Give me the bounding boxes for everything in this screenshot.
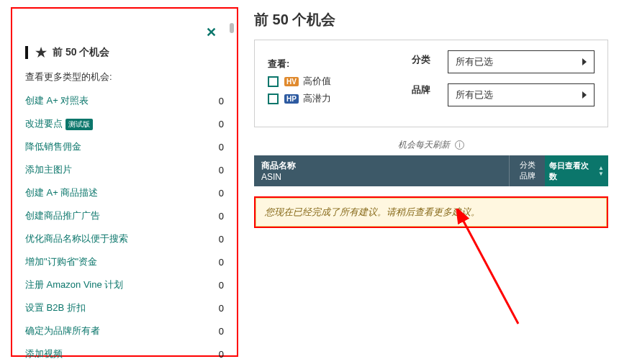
hp-tag: HP <box>284 94 299 104</box>
col-sort-views[interactable]: 每日查看次数 ▲▼ <box>545 155 608 186</box>
hv-tag: HV <box>284 77 299 86</box>
hv-label: 高价值 <box>303 75 331 88</box>
opportunity-link[interactable]: 优化商品名称以便于搜索 <box>25 233 128 244</box>
opportunity-count: 0 <box>219 119 224 129</box>
checkbox-icon <box>268 76 279 87</box>
opportunity-link[interactable]: 创建 A+ 商品描述 <box>25 187 99 198</box>
list-item: 降低销售佣金0 <box>25 135 224 158</box>
col-sort-label: 每日查看次数 <box>549 160 595 182</box>
opportunity-link[interactable]: 增加"订购省"资金 <box>25 256 97 267</box>
list-item: 注册 Amazon Vine 计划0 <box>25 273 224 296</box>
opportunity-count: 0 <box>219 257 224 268</box>
list-item: 创建商品推广广告0 <box>25 204 224 227</box>
list-item: 确定为品牌所有者0 <box>25 319 224 342</box>
table-header: 商品名称 ASIN 分类 品牌 每日查看次数 ▲▼ <box>254 155 608 186</box>
heading-bar <box>25 46 28 59</box>
list-item: 设置 B2B 折扣0 <box>25 296 224 319</box>
sort-arrows-icon: ▲▼ <box>598 165 604 177</box>
col-brand: 品牌 <box>514 170 541 181</box>
hp-label: 高潜力 <box>303 92 331 105</box>
page-title: 前 50 个机会 <box>254 7 608 40</box>
opportunity-link[interactable]: 确定为品牌所有者 <box>25 325 100 336</box>
opportunity-count: 0 <box>219 211 224 222</box>
list-item: 优化商品名称以便于搜索0 <box>25 227 224 250</box>
left-heading: ★ 前 50 个机会 <box>25 45 224 60</box>
opportunity-count: 0 <box>219 303 224 314</box>
scroll-indicator <box>230 23 234 33</box>
checkbox-icon <box>268 94 279 104</box>
opportunity-count: 0 <box>219 96 224 106</box>
opportunity-count: 0 <box>219 188 224 199</box>
opportunity-link[interactable]: 创建 A+ 对照表 <box>25 95 89 106</box>
category-select[interactable]: 所有已选 <box>448 50 595 73</box>
opportunity-count: 0 <box>219 326 224 337</box>
brand-select-value: 所有已选 <box>456 88 493 101</box>
left-heading-label: 前 50 个机会 <box>53 46 109 59</box>
list-item: 添加主图片0 <box>25 158 224 181</box>
opportunity-count: 0 <box>219 280 224 291</box>
filter-brand-label: 品牌 <box>412 83 448 96</box>
checkbox-hp[interactable]: HP 高潜力 <box>268 92 412 105</box>
opportunity-link[interactable]: 添加主图片 <box>25 164 72 175</box>
opportunity-link[interactable]: 设置 B2B 折扣 <box>25 302 86 313</box>
list-item: 改进要点测试版0 <box>25 112 224 135</box>
badge: 测试版 <box>65 119 93 130</box>
list-item: 增加"订购省"资金0 <box>25 250 224 273</box>
look-label: 查看: <box>268 58 412 70</box>
left-subheading: 查看更多类型的机会: <box>25 70 224 83</box>
col-product-name: 商品名称 <box>261 160 502 172</box>
opportunity-link[interactable]: 注册 Amazon Vine 计划 <box>25 279 123 290</box>
chevron-right-icon <box>582 58 587 65</box>
list-item: 创建 A+ 对照表0 <box>25 89 224 112</box>
category-select-value: 所有已选 <box>456 55 493 68</box>
filter-box: 查看: HV 高价值 HP 高潜力 分类 品牌 <box>254 40 608 127</box>
refresh-note-label: 机会每天刷新 <box>398 140 450 150</box>
filter-cat-label: 分类 <box>412 53 448 66</box>
opportunity-link[interactable]: 创建商品推广广告 <box>25 210 100 221</box>
list-item: 创建 A+ 商品描述0 <box>25 181 224 204</box>
completion-message-box: 您现在已经完成了所有建议。请稍后查看更多建议。 <box>254 196 608 228</box>
opportunity-count: 0 <box>219 234 224 245</box>
opportunity-count: 0 <box>219 165 224 176</box>
completion-message: 您现在已经完成了所有建议。请稍后查看更多建议。 <box>256 198 607 227</box>
opportunity-count: 0 <box>219 349 224 360</box>
opportunity-count: 0 <box>219 142 224 153</box>
list-item: 添加视频0 <box>25 342 224 364</box>
brand-select[interactable]: 所有已选 <box>448 83 595 106</box>
star-icon: ★ <box>35 45 47 60</box>
checkbox-hv[interactable]: HV 高价值 <box>268 75 412 88</box>
info-icon[interactable]: i <box>455 140 464 150</box>
close-icon[interactable]: ✕ <box>206 25 217 40</box>
col-product-asin: ASIN <box>261 172 502 182</box>
col-cat: 分类 <box>514 160 541 170</box>
opportunity-link[interactable]: 降低销售佣金 <box>25 141 81 152</box>
chevron-right-icon <box>582 91 587 99</box>
opportunity-link[interactable]: 改进要点 <box>25 118 63 129</box>
refresh-note: 机会每天刷新 i <box>254 127 608 155</box>
opportunity-link[interactable]: 添加视频 <box>25 348 63 359</box>
